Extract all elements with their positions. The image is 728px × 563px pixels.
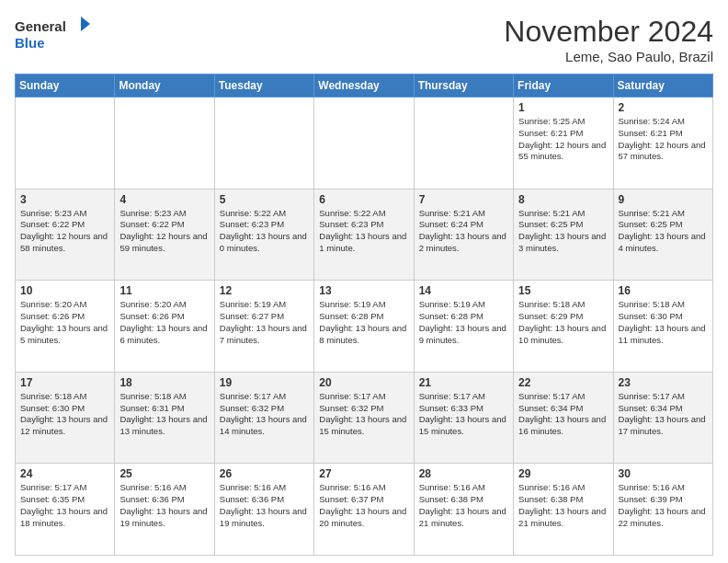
day-info: Sunrise: 5:16 AM Sunset: 6:38 PM Dayligh… [419,482,508,529]
calendar-cell: 22Sunrise: 5:17 AM Sunset: 6:34 PM Dayli… [514,372,613,464]
day-info: Sunrise: 5:16 AM Sunset: 6:38 PM Dayligh… [518,482,608,529]
day-info: Sunrise: 5:24 AM Sunset: 6:21 PM Dayligh… [619,116,708,163]
calendar-cell: 13Sunrise: 5:19 AM Sunset: 6:28 PM Dayli… [314,281,414,373]
svg-text:General: General [15,18,66,34]
day-info: Sunrise: 5:22 AM Sunset: 6:23 PM Dayligh… [220,208,309,255]
day-info: Sunrise: 5:17 AM Sunset: 6:34 PM Dayligh… [619,391,708,438]
calendar-cell: 10Sunrise: 5:20 AM Sunset: 6:26 PM Dayli… [16,281,115,373]
day-number: 17 [20,376,109,389]
day-number: 8 [518,193,608,206]
calendar-cell: 8Sunrise: 5:21 AM Sunset: 6:25 PM Daylig… [514,189,613,281]
location: Leme, Sao Paulo, Brazil [504,49,713,64]
day-info: Sunrise: 5:19 AM Sunset: 6:28 PM Dayligh… [319,299,408,346]
day-info: Sunrise: 5:18 AM Sunset: 6:29 PM Dayligh… [518,299,608,346]
day-number: 14 [419,284,508,297]
logo: General Blue [15,15,97,59]
day-info: Sunrise: 5:17 AM Sunset: 6:33 PM Dayligh… [419,391,508,438]
day-info: Sunrise: 5:20 AM Sunset: 6:26 PM Dayligh… [119,299,209,346]
day-info: Sunrise: 5:18 AM Sunset: 6:30 PM Dayligh… [619,299,708,346]
day-number: 7 [419,193,508,206]
calendar-cell: 4Sunrise: 5:23 AM Sunset: 6:22 PM Daylig… [115,189,214,281]
weekday-header-sunday: Sunday [16,75,115,98]
calendar-cell: 28Sunrise: 5:16 AM Sunset: 6:38 PM Dayli… [414,464,513,556]
logo-icon: General Blue [15,15,97,55]
day-number: 9 [619,193,708,206]
day-number: 29 [518,467,608,480]
day-info: Sunrise: 5:21 AM Sunset: 6:24 PM Dayligh… [419,208,508,255]
calendar-cell [214,98,313,190]
day-number: 15 [518,284,608,297]
day-number: 21 [419,376,508,389]
week-row-2: 3Sunrise: 5:23 AM Sunset: 6:22 PM Daylig… [16,189,713,281]
day-number: 22 [518,376,608,389]
calendar-cell: 25Sunrise: 5:16 AM Sunset: 6:36 PM Dayli… [115,464,214,556]
weekday-header-saturday: Saturday [613,75,712,98]
calendar-cell [115,98,214,190]
title-block: November 2024 Leme, Sao Paulo, Brazil [504,15,713,64]
day-info: Sunrise: 5:17 AM Sunset: 6:32 PM Dayligh… [220,391,309,438]
day-info: Sunrise: 5:16 AM Sunset: 6:37 PM Dayligh… [319,482,408,529]
day-info: Sunrise: 5:18 AM Sunset: 6:30 PM Dayligh… [20,391,109,438]
day-info: Sunrise: 5:21 AM Sunset: 6:25 PM Dayligh… [518,208,608,255]
week-row-3: 10Sunrise: 5:20 AM Sunset: 6:26 PM Dayli… [16,281,713,373]
calendar-cell [414,98,513,190]
day-number: 30 [619,467,708,480]
day-info: Sunrise: 5:17 AM Sunset: 6:35 PM Dayligh… [20,482,109,529]
day-info: Sunrise: 5:21 AM Sunset: 6:25 PM Dayligh… [619,208,708,255]
day-info: Sunrise: 5:23 AM Sunset: 6:22 PM Dayligh… [20,208,109,255]
day-number: 4 [119,193,209,206]
weekday-header-tuesday: Tuesday [214,75,313,98]
day-number: 10 [20,284,109,297]
month-title: November 2024 [504,15,713,49]
calendar-cell: 5Sunrise: 5:22 AM Sunset: 6:23 PM Daylig… [214,189,313,281]
calendar-cell: 6Sunrise: 5:22 AM Sunset: 6:23 PM Daylig… [314,189,414,281]
week-row-1: 1Sunrise: 5:25 AM Sunset: 6:21 PM Daylig… [16,98,713,190]
calendar-cell: 14Sunrise: 5:19 AM Sunset: 6:28 PM Dayli… [414,281,513,373]
day-number: 2 [619,101,708,114]
day-info: Sunrise: 5:20 AM Sunset: 6:26 PM Dayligh… [20,299,109,346]
day-info: Sunrise: 5:22 AM Sunset: 6:23 PM Dayligh… [319,208,408,255]
day-info: Sunrise: 5:18 AM Sunset: 6:31 PM Dayligh… [119,391,209,438]
calendar-cell: 15Sunrise: 5:18 AM Sunset: 6:29 PM Dayli… [514,281,613,373]
weekday-header-row: SundayMondayTuesdayWednesdayThursdayFrid… [16,75,713,98]
calendar-cell: 16Sunrise: 5:18 AM Sunset: 6:30 PM Dayli… [613,281,712,373]
day-number: 3 [20,193,109,206]
day-info: Sunrise: 5:17 AM Sunset: 6:32 PM Dayligh… [319,391,408,438]
calendar-cell: 30Sunrise: 5:16 AM Sunset: 6:39 PM Dayli… [613,464,712,556]
day-number: 1 [518,101,608,114]
calendar-cell: 11Sunrise: 5:20 AM Sunset: 6:26 PM Dayli… [115,281,214,373]
weekday-header-friday: Friday [514,75,613,98]
day-number: 13 [319,284,408,297]
calendar-cell: 3Sunrise: 5:23 AM Sunset: 6:22 PM Daylig… [16,189,115,281]
day-number: 25 [119,467,209,480]
day-number: 26 [220,467,309,480]
weekday-header-monday: Monday [115,75,214,98]
svg-text:Blue: Blue [15,35,45,51]
day-info: Sunrise: 5:17 AM Sunset: 6:34 PM Dayligh… [518,391,608,438]
day-number: 12 [220,284,309,297]
calendar-cell: 29Sunrise: 5:16 AM Sunset: 6:38 PM Dayli… [514,464,613,556]
calendar-cell [16,98,115,190]
calendar-cell: 1Sunrise: 5:25 AM Sunset: 6:21 PM Daylig… [514,98,613,190]
calendar-table: SundayMondayTuesdayWednesdayThursdayFrid… [15,74,713,556]
day-number: 28 [419,467,508,480]
day-info: Sunrise: 5:16 AM Sunset: 6:39 PM Dayligh… [619,482,708,529]
week-row-5: 24Sunrise: 5:17 AM Sunset: 6:35 PM Dayli… [16,464,713,556]
calendar-cell: 20Sunrise: 5:17 AM Sunset: 6:32 PM Dayli… [314,372,414,464]
calendar-cell: 21Sunrise: 5:17 AM Sunset: 6:33 PM Dayli… [414,372,513,464]
calendar-cell: 18Sunrise: 5:18 AM Sunset: 6:31 PM Dayli… [115,372,214,464]
day-info: Sunrise: 5:25 AM Sunset: 6:21 PM Dayligh… [518,116,608,163]
calendar-cell: 27Sunrise: 5:16 AM Sunset: 6:37 PM Dayli… [314,464,414,556]
day-info: Sunrise: 5:16 AM Sunset: 6:36 PM Dayligh… [119,482,209,529]
weekday-header-wednesday: Wednesday [314,75,414,98]
day-number: 18 [119,376,209,389]
week-row-4: 17Sunrise: 5:18 AM Sunset: 6:30 PM Dayli… [16,372,713,464]
header: General Blue November 2024 Leme, Sao Pau… [15,15,713,64]
day-number: 6 [319,193,408,206]
calendar-cell: 26Sunrise: 5:16 AM Sunset: 6:36 PM Dayli… [214,464,313,556]
calendar-cell: 2Sunrise: 5:24 AM Sunset: 6:21 PM Daylig… [613,98,712,190]
day-number: 19 [220,376,309,389]
day-number: 20 [319,376,408,389]
day-number: 24 [20,467,109,480]
calendar-cell: 23Sunrise: 5:17 AM Sunset: 6:34 PM Dayli… [613,372,712,464]
